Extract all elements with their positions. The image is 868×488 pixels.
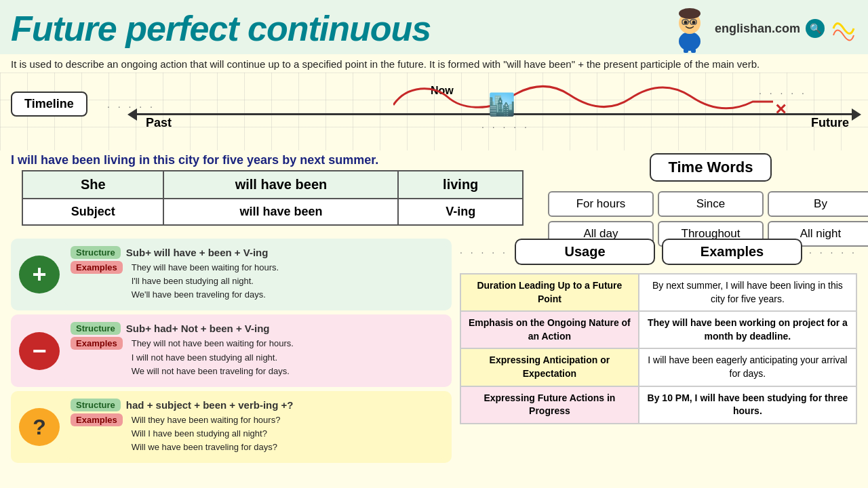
usage-examples-header: Usage Examples: [515, 239, 802, 265]
city-icon: 🏙️: [488, 92, 515, 117]
table-header-row: She will have been living: [22, 171, 523, 199]
svg-point-4: [692, 21, 695, 24]
table-label-row: Subject will have been V-ing: [22, 199, 523, 225]
positive-example-0: They will have been waiting for hours.: [132, 261, 279, 274]
usage-cell-1-example: They will have been working on project f…: [639, 311, 856, 348]
positive-examples-row: Examples They will have been waiting for…: [71, 261, 441, 302]
header: Future perfect continuous englishan.com …: [0, 0, 868, 54]
negative-example-0: They will not have been waiting for hour…: [132, 337, 294, 350]
usage-cell-0-example: By next summer, I will have been living …: [639, 274, 856, 311]
time-words-title: Time Words: [650, 153, 772, 182]
negative-structure-label: Structure: [71, 322, 121, 335]
example-sentence-text: I will have been living in this city for…: [11, 153, 534, 167]
usage-dots-right: · · · · ·: [809, 247, 857, 258]
examples-label: Examples: [662, 239, 802, 265]
question-example-1: Will I have been studying all night?: [132, 427, 281, 441]
negative-example-2: We will not have been traveling for days…: [132, 365, 294, 378]
positive-card-body: Structure Sub+ will have + been + V-ing …: [64, 243, 448, 306]
site-name: englishan.com: [715, 22, 800, 36]
future-label: Future: [811, 116, 849, 130]
positive-example-2: We'll have been traveling for days.: [132, 288, 279, 302]
positive-examples-label: Examples: [71, 261, 123, 274]
search-icon[interactable]: 🔍: [806, 19, 825, 38]
usage-cell-3-usage: Expressing Future Actions in Progress: [460, 386, 639, 424]
timeline-label: Timeline: [11, 92, 87, 117]
usage-row-1: Emphasis on the Ongoing Nature of an Act…: [460, 311, 856, 348]
wavy-line: [393, 78, 787, 115]
usage-cell-2-usage: Expressing Anticipation or Expectation: [460, 348, 639, 386]
positive-structure-label: Structure: [71, 246, 121, 259]
question-examples-row: Examples Will they have been waiting for…: [71, 413, 441, 454]
usage-cell-1-usage: Emphasis on the Ongoing Nature of an Act…: [460, 311, 639, 348]
negative-examples-row: Examples They will not have been waiting…: [71, 337, 441, 378]
sentence-table: She will have been living Subject will h…: [22, 170, 524, 226]
usage-cell-0-usage: Duration Leading Up to a Future Point: [460, 274, 639, 311]
usage-column: · · · · · Usage Examples · · · · · Durat…: [460, 239, 857, 424]
header-right: englishan.com 🔍: [670, 4, 857, 53]
svg-point-0: [679, 32, 701, 51]
time-word-0: For hours: [548, 191, 654, 217]
usage-cell-2-example: I will have been eagerly anticipating yo…: [639, 348, 856, 386]
usage-cell-3-example: By 10 PM, I will have been studying for …: [639, 386, 856, 424]
positive-structure-row: Structure Sub+ will have + been + V-ing: [71, 245, 441, 260]
question-example-0: Will they have been waiting for hours?: [132, 413, 281, 427]
negative-structure-row: Structure Sub+ had+ Not + been + V-ing: [71, 321, 441, 336]
negative-examples-list: They will not have been waiting for hour…: [128, 337, 294, 378]
past-label: Past: [146, 116, 172, 130]
svg-rect-8: [684, 49, 688, 53]
col-participle-header: living: [398, 171, 523, 199]
usage-row-0: Duration Leading Up to a Future Point By…: [460, 274, 856, 311]
dots-city: · · · · ·: [481, 121, 530, 132]
negative-card-body: Structure Sub+ had+ Not + been + V-ing E…: [64, 319, 448, 382]
question-card-body: Structure had + subject + been + verb-in…: [64, 395, 448, 459]
question-structure-label: Structure: [71, 399, 121, 411]
svg-point-2: [679, 8, 701, 19]
question-structure-text: had + subject + been + verb-ing +?: [126, 398, 294, 412]
negative-card: − Structure Sub+ had+ Not + been + V-ing…: [11, 314, 452, 386]
negative-example-1: I will not have been studying all night.: [132, 351, 294, 365]
col-subject-header: She: [22, 171, 163, 199]
question-structure-row: Structure had + subject + been + verb-in…: [71, 398, 441, 412]
time-word-1: Since: [658, 191, 764, 217]
time-word-2: By: [768, 191, 868, 217]
cards-column: + Structure Sub+ will have + been + V-in…: [11, 239, 452, 463]
bottom-section: + Structure Sub+ will have + been + V-in…: [0, 236, 868, 466]
question-examples-label: Examples: [71, 413, 123, 426]
col-verb-label: will have been: [163, 199, 398, 225]
usage-table: Duration Leading Up to a Future Point By…: [460, 273, 857, 424]
positive-icon: +: [19, 256, 60, 293]
question-example-2: Will we have been traveling for days?: [132, 441, 281, 454]
col-participle-label: V-ing: [398, 199, 523, 225]
positive-example-1: I'll have been studying all night.: [132, 274, 279, 288]
main-title: Future perfect continuous: [11, 8, 431, 49]
positive-examples-list: They will have been waiting for hours. I…: [128, 261, 279, 302]
character-icon: [670, 4, 709, 53]
col-verb-header: will have been: [163, 171, 398, 199]
usage-row-3: Expressing Future Actions in Progress By…: [460, 386, 856, 424]
negative-structure-text: Sub+ had+ Not + been + V-ing: [126, 321, 270, 336]
negative-examples-label: Examples: [71, 337, 123, 350]
question-icon: ?: [19, 408, 60, 446]
question-card: ? Structure had + subject + been + verb-…: [11, 391, 452, 463]
negative-icon: −: [19, 332, 60, 370]
positive-structure-text: Sub+ will have + been + V-ing: [126, 245, 269, 260]
description: It is used to describe an ongoing action…: [0, 54, 868, 73]
col-subject-label: Subject: [22, 199, 163, 225]
decorative-squiggle: [830, 15, 857, 42]
usage-label: Usage: [515, 239, 655, 265]
question-examples-list: Will they have been waiting for hours? W…: [128, 413, 281, 454]
svg-rect-9: [691, 49, 696, 53]
usage-dots-left: · · · · ·: [460, 247, 508, 258]
svg-point-3: [684, 21, 687, 24]
x-mark: ✕: [774, 101, 787, 119]
timeline-section: Timeline · · · · · Past Future Now 🏙️ ✕ …: [0, 73, 868, 150]
positive-card: + Structure Sub+ will have + been + V-in…: [11, 239, 452, 310]
usage-row-2: Expressing Anticipation or Expectation I…: [460, 348, 856, 386]
